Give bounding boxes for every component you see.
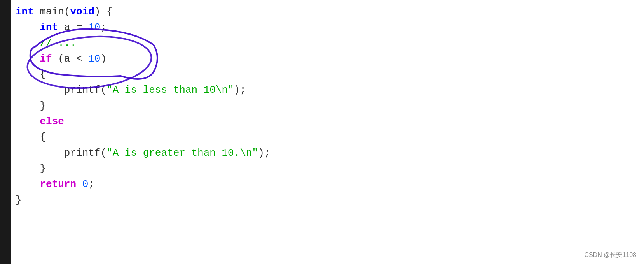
code-line-6: printf("A is less than 10\n"); bbox=[16, 82, 628, 98]
code-token: } bbox=[16, 194, 22, 206]
code-token: } bbox=[16, 100, 46, 112]
code-token: ; bbox=[88, 178, 94, 190]
code-line-4: if (a < 10) bbox=[16, 51, 628, 67]
code-token: int bbox=[16, 6, 34, 18]
code-line-10: printf("A is greater than 10.\n"); bbox=[16, 145, 628, 161]
code-line-13: return 0; bbox=[16, 176, 628, 192]
code-container: int main(void) { int a = 10; // ... if (… bbox=[0, 0, 644, 212]
code-token: else bbox=[40, 116, 64, 127]
code-line-7: } bbox=[16, 98, 628, 114]
code-token: ); bbox=[258, 147, 270, 159]
code-line-5: { bbox=[16, 67, 628, 82]
code-token bbox=[16, 53, 40, 65]
code-token: ); bbox=[234, 84, 246, 96]
code-token: "A is greater than 10.\n" bbox=[106, 147, 258, 159]
code-line-8: else bbox=[16, 114, 628, 129]
code-token: main( bbox=[34, 6, 70, 18]
code-token: return bbox=[40, 178, 76, 190]
code-token: printf( bbox=[16, 147, 106, 159]
code-token: void bbox=[70, 6, 94, 18]
code-token: } bbox=[16, 163, 46, 174]
code-line-3: // ... bbox=[16, 35, 628, 51]
code-token: (a < bbox=[52, 53, 89, 65]
code-token bbox=[16, 178, 40, 190]
code-token: { bbox=[16, 69, 46, 80]
code-token: "A is less than 10\n" bbox=[106, 84, 234, 96]
code-token: // ... bbox=[16, 37, 76, 49]
code-token: 10 bbox=[88, 21, 100, 33]
code-token: 0 bbox=[82, 178, 89, 190]
code-token: a = bbox=[58, 21, 88, 33]
code-token bbox=[16, 21, 40, 33]
code-token: int bbox=[40, 21, 58, 33]
code-line-11: } bbox=[16, 161, 628, 176]
code-line-14: } bbox=[16, 192, 628, 208]
code-token: { bbox=[16, 131, 46, 143]
code-token bbox=[76, 178, 82, 190]
code-line-1: int main(void) { bbox=[16, 4, 628, 19]
code-token bbox=[16, 116, 40, 127]
code-token: ) bbox=[100, 53, 106, 65]
watermark: CSDN @长安1108 bbox=[584, 251, 636, 259]
code-line-9: { bbox=[16, 129, 628, 145]
code-token: 10 bbox=[88, 53, 100, 65]
code-line-2: int a = 10; bbox=[16, 19, 628, 35]
code-token: if bbox=[40, 53, 52, 65]
code-token: ) { bbox=[94, 6, 113, 18]
code-token: printf( bbox=[16, 84, 106, 96]
code-token: ; bbox=[100, 21, 106, 33]
